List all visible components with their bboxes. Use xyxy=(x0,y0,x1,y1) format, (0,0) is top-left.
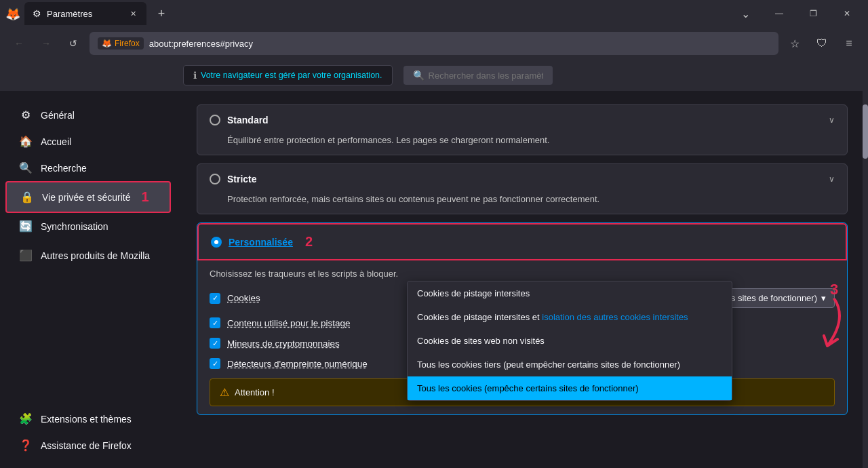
attention-label: Attention ! xyxy=(235,387,275,397)
forward-button[interactable]: → xyxy=(35,33,57,54)
org-notice[interactable]: ℹ Votre navigateur est géré par votre or… xyxy=(183,65,393,85)
sidebar-item-label: Extensions et thèmes xyxy=(41,414,132,425)
detecteurs-checkbox[interactable]: ✓ xyxy=(210,358,220,369)
sidebar-item-label: Accueil xyxy=(41,136,71,147)
sidebar: ⚙ Général 🏠 Accueil 🔍 Recherche 🔒 Vie pr… xyxy=(0,91,176,468)
main-layout: ⚙ Général 🏠 Accueil 🔍 Recherche 🔒 Vie pr… xyxy=(0,91,868,468)
content-area: Standard ∨ Équilibré entre protection et… xyxy=(176,91,868,468)
stricte-card-header[interactable]: Stricte ∨ xyxy=(197,164,847,194)
standard-radio[interactable] xyxy=(210,115,220,125)
sidebar-item-assistance[interactable]: ❓ Assistance de Firefox xyxy=(5,432,171,459)
firefox-label: Firefox xyxy=(115,39,140,48)
tab-close-button[interactable]: ✕ xyxy=(127,8,138,19)
cookies-dropdown-menu: Cookies de pistage intersites Cookies de… xyxy=(407,281,732,401)
warning-icon: ⚠ xyxy=(220,386,229,399)
dropdown-item-highlight: isolation des autres cookies intersites xyxy=(542,312,688,322)
window-controls: — ❐ ✕ xyxy=(764,3,863,24)
sidebar-item-synchronisation[interactable]: 🔄 Synchronisation xyxy=(5,213,171,239)
sync-icon: 🔄 xyxy=(19,220,33,233)
restore-button[interactable]: ❐ xyxy=(797,3,829,24)
settings-search-input[interactable] xyxy=(429,71,543,81)
url-bar[interactable]: 🦊 Firefox about:preferences#privacy xyxy=(90,32,778,55)
standard-title: Standard xyxy=(227,115,269,125)
extensions-icon: 🧩 xyxy=(19,412,33,425)
minimize-button[interactable]: — xyxy=(764,3,795,24)
scrollbar-track[interactable] xyxy=(863,91,868,468)
dropdown-item-non-visites[interactable]: Cookies de sites web non visités xyxy=(408,329,732,353)
dropdown-item-label: Tous les cookies (empêche certains sites… xyxy=(417,383,639,393)
contenu-checkbox[interactable]: ✓ xyxy=(210,317,220,328)
annotation-1: 1 xyxy=(141,189,149,205)
mineurs-label[interactable]: Mineurs de cryptomonnaies xyxy=(227,338,340,349)
sidebar-item-autres-produits[interactable]: ⬛ Autres produits de Mozilla xyxy=(5,242,171,269)
scrollbar-thumb[interactable] xyxy=(863,104,868,159)
custom-card-header[interactable]: Personnalisée 2 xyxy=(197,223,847,260)
dropdown-item-tous[interactable]: Tous les cookies (empêche certains sites… xyxy=(408,376,732,400)
mineurs-checkbox[interactable]: ✓ xyxy=(210,338,220,349)
stricte-card: Stricte ∨ Protection renforcée, mais cer… xyxy=(197,163,848,214)
contenu-label[interactable]: Contenu utilisé pour le pistage xyxy=(227,318,351,328)
standard-card-header[interactable]: Standard ∨ xyxy=(197,105,847,135)
arrow-3-icon xyxy=(814,298,854,353)
stricte-desc: Protection renforcée, mais certains site… xyxy=(197,194,847,214)
sidebar-item-general[interactable]: ⚙ Général xyxy=(5,102,171,128)
browser-logo-icon: 🦊 xyxy=(5,7,19,20)
stricte-radio[interactable] xyxy=(210,174,220,184)
url-text: about:preferences#privacy xyxy=(149,39,770,49)
cookies-label[interactable]: Cookies xyxy=(227,293,260,303)
tab-icon: ⚙ xyxy=(33,8,41,19)
info-bar: ℹ Votre navigateur est géré par votre or… xyxy=(0,60,868,91)
browser-chrome: 🦊 ⚙ Paramètres ✕ + ⌄ — ❐ ✕ ← → ↺ 🦊 Firef… xyxy=(0,0,868,91)
bookmark-button[interactable]: ☆ xyxy=(784,33,806,54)
dropdown-item-label: Cookies de pistage intersites xyxy=(417,288,530,298)
mozilla-icon: ⬛ xyxy=(19,249,33,262)
dropdown-item-label-part1: Cookies de pistage intersites et xyxy=(417,312,542,322)
sidebar-item-extensions[interactable]: 🧩 Extensions et thèmes xyxy=(5,406,171,432)
dropdown-item-pistage-intersites[interactable]: Cookies de pistage intersites xyxy=(408,281,732,305)
sidebar-item-label: Assistance de Firefox xyxy=(41,440,132,451)
help-icon: ❓ xyxy=(19,439,33,452)
annotation-3-group: 3 xyxy=(814,281,854,353)
dropdown-item-label: Cookies de sites web non visités xyxy=(417,336,545,346)
close-button[interactable]: ✕ xyxy=(831,3,863,24)
tab-title: Paramètres xyxy=(47,9,122,19)
sidebar-item-label: Synchronisation xyxy=(41,221,108,232)
sidebar-item-recherche[interactable]: 🔍 Recherche xyxy=(5,155,171,181)
settings-search-box[interactable]: 🔍 xyxy=(403,66,553,85)
new-tab-button[interactable]: + xyxy=(152,4,171,23)
firefox-badge: 🦊 Firefox xyxy=(98,37,144,50)
tab-list-button[interactable]: ⌄ xyxy=(741,7,750,20)
sidebar-item-label: Recherche xyxy=(41,163,87,174)
sidebar-item-label: Vie privée et sécurité xyxy=(42,192,130,203)
active-tab[interactable]: ⚙ Paramètres ✕ xyxy=(24,2,146,25)
info-icon: ℹ xyxy=(193,70,197,81)
standard-card-header-left: Standard xyxy=(210,115,269,125)
home-icon: 🏠 xyxy=(19,135,33,148)
refresh-button[interactable]: ↺ xyxy=(62,33,84,54)
sidebar-item-label: Général xyxy=(41,110,75,121)
stricte-chevron-icon: ∨ xyxy=(829,174,835,184)
standard-chevron-icon: ∨ xyxy=(829,115,835,125)
sidebar-item-vie-privee[interactable]: 🔒 Vie privée et sécurité 1 xyxy=(5,181,171,213)
sidebar-autres-label: Autres produits de Mozilla xyxy=(41,250,150,261)
standard-card: Standard ∨ Équilibré entre protection et… xyxy=(197,104,848,155)
cookies-checkbox[interactable]: ✓ xyxy=(210,293,220,304)
sidebar-item-accueil[interactable]: 🏠 Accueil xyxy=(5,128,171,155)
menu-button[interactable]: ≡ xyxy=(838,33,860,54)
back-button[interactable]: ← xyxy=(8,33,30,54)
lock-icon: 🔒 xyxy=(20,191,34,203)
custom-radio[interactable] xyxy=(211,237,222,248)
dropdown-item-tiers[interactable]: Tous les cookies tiers (peut empêcher ce… xyxy=(408,353,732,376)
general-icon: ⚙ xyxy=(19,109,33,121)
stricte-card-header-left: Stricte xyxy=(210,174,257,184)
detecteurs-label[interactable]: Détecteurs d'empreinte numérique xyxy=(227,359,368,369)
search-nav-icon: 🔍 xyxy=(19,161,33,174)
org-notice-text: Votre navigateur est géré par votre orga… xyxy=(201,71,382,80)
custom-desc: Choisissez les traqueurs et les scripts … xyxy=(210,269,835,279)
shield-button[interactable]: 🛡 xyxy=(811,33,833,54)
annotation-3-number: 3 xyxy=(830,281,838,298)
address-bar: ← → ↺ 🦊 Firefox about:preferences#privac… xyxy=(0,27,868,60)
stricte-title: Stricte xyxy=(227,174,257,184)
dropdown-item-pistage-isolation[interactable]: Cookies de pistage intersites et isolati… xyxy=(408,305,732,329)
title-bar: 🦊 ⚙ Paramètres ✕ + ⌄ — ❐ ✕ xyxy=(0,0,868,27)
